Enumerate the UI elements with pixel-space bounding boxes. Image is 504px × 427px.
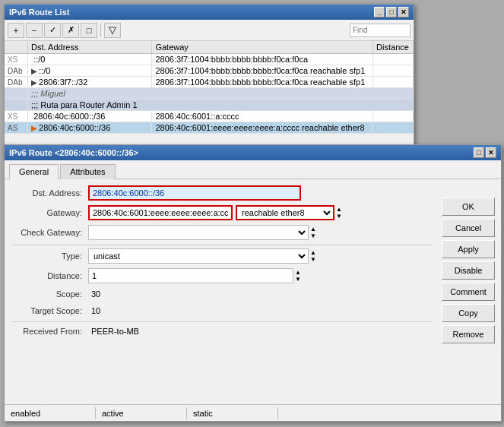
row-flag: XS	[5, 54, 28, 65]
route-list-titlebar: IPv6 Route List _ □ ✕	[5, 5, 414, 20]
row-dst: ▶::/0	[28, 65, 152, 77]
table-row-selected[interactable]: AS ▶2806:40c:6000::/36 2806:40c:6001:eee…	[5, 122, 414, 134]
filter-button[interactable]: ▽	[104, 23, 121, 38]
gateway-reachable-select[interactable]: reachable ether8	[236, 205, 334, 220]
tab-attributes[interactable]: Attributes	[60, 164, 115, 179]
row-dst: ▶2806:3f7::/32	[28, 77, 152, 88]
distance-scroll-up[interactable]: ▲	[295, 269, 301, 276]
scope-row: Scope: 30	[12, 288, 433, 300]
gateway-label: Gateway:	[12, 208, 88, 217]
row-distance	[373, 77, 414, 88]
add-route-button[interactable]: +	[8, 23, 24, 38]
distance-scroll-down[interactable]: ▼	[295, 276, 301, 283]
remove-route-button[interactable]: −	[26, 23, 43, 38]
route-list-window-controls: _ □ ✕	[374, 7, 409, 17]
col-gateway[interactable]: Gateway	[152, 41, 373, 54]
check-gateway-label: Check Gateway:	[12, 228, 88, 237]
route-form: Dst. Address: Gateway: reachable ether8 …	[5, 179, 501, 402]
target-scope-label: Target Scope:	[12, 306, 88, 315]
received-from-label: Received From:	[12, 327, 88, 336]
copy-route-button[interactable]: □	[81, 23, 97, 38]
gateway-scroll-down[interactable]: ▼	[336, 213, 342, 220]
status-active: active	[96, 407, 187, 419]
route-list-title: IPv6 Route List	[9, 8, 69, 17]
route-table-container[interactable]: Dst. Address Gateway Distance XS ::/0 28…	[5, 41, 414, 153]
disable-button[interactable]: Disable	[442, 261, 495, 280]
table-row[interactable]: DAb ▶2806:3f7::/32 2806:3f7:1004:bbbb:bb…	[5, 77, 414, 88]
row-flag: AS	[5, 122, 28, 134]
check-gateway-select[interactable]	[88, 225, 309, 240]
find-input[interactable]	[350, 24, 410, 37]
row-gateway: 2806:3f7:1004:bbbb:bbbb:bbbb:f0ca:f0ca r…	[152, 65, 373, 77]
row-distance	[373, 122, 414, 134]
table-row[interactable]: DAb ▶::/0 2806:3f7:1004:bbbb:bbbb:bbbb:f…	[5, 65, 414, 77]
ok-button[interactable]: OK	[442, 198, 495, 216]
gateway-scroll-up[interactable]: ▲	[336, 206, 342, 213]
table-row-section[interactable]: ;;; Miguel	[5, 88, 414, 100]
apply-button[interactable]: Apply	[442, 240, 495, 258]
table-row[interactable]: XS ::/0 2806:3f7:1004:bbbb:bbbb:bbbb:f0c…	[5, 54, 414, 65]
table-row-header[interactable]: ;;; Ruta para Router Admin 1	[5, 100, 414, 111]
target-scope-row: Target Scope: 10	[12, 305, 433, 317]
status-enabled: enabled	[5, 407, 96, 419]
row-distance	[373, 111, 414, 122]
table-row[interactable]: XS 2806:40c:6000::/36 2806:40c:6001::a:c…	[5, 111, 414, 122]
target-scope-value: 10	[88, 305, 103, 317]
form-divider	[12, 245, 433, 245]
col-distance[interactable]: Distance	[373, 41, 414, 54]
enable-route-button[interactable]: ✓	[44, 23, 61, 38]
row-header-label: ;;; Ruta para Router Admin 1	[28, 100, 414, 111]
type-select[interactable]: unicast	[88, 248, 309, 264]
col-flags[interactable]	[5, 41, 28, 54]
row-flag: DAb	[5, 77, 28, 88]
minimize-button[interactable]: _	[374, 7, 385, 17]
tab-general[interactable]: General	[9, 164, 59, 179]
distance-row: Distance: ▲ ▼	[12, 268, 433, 283]
route-table: Dst. Address Gateway Distance XS ::/0 28…	[5, 41, 414, 134]
scope-value: 30	[88, 288, 103, 300]
received-from-row: Received From: PEER-to-MB	[12, 325, 433, 337]
cancel-button[interactable]: Cancel	[442, 219, 495, 237]
dst-address-input[interactable]	[88, 185, 301, 201]
row-distance	[373, 65, 414, 77]
detail-window-controls: □ ✕	[474, 147, 496, 158]
route-detail-window: IPv6 Route <2806:40c:6000::/36> □ ✕ Gene…	[4, 144, 502, 422]
row-section-label: ;;; Miguel	[28, 88, 414, 100]
route-list-window: IPv6 Route List _ □ ✕ + − ✓ ✗ □ ▽ Dst. A…	[4, 4, 414, 156]
gateway-row: Gateway: reachable ether8 ▲ ▼	[12, 205, 433, 220]
type-label: Type:	[12, 251, 88, 261]
form-divider2	[12, 321, 433, 322]
maximize-button[interactable]: □	[386, 7, 397, 17]
tab-bar: General Attributes	[5, 160, 501, 179]
check-gateway-row: Check Gateway: ▲ ▼	[12, 225, 433, 240]
gateway-input[interactable]	[88, 205, 233, 220]
status-static: static	[187, 407, 278, 419]
remove-button[interactable]: Remove	[442, 325, 495, 343]
dst-address-row: Dst. Address:	[12, 185, 433, 201]
row-flag	[5, 100, 28, 111]
check-gw-scroll-up[interactable]: ▲	[310, 226, 316, 232]
route-detail-titlebar: IPv6 Route <2806:40c:6000::/36> □ ✕	[5, 145, 501, 160]
row-gateway: 2806:40c:6001::a:cccc	[152, 111, 373, 122]
type-scroll-up[interactable]: ▲	[310, 249, 316, 256]
action-buttons: OK Cancel Apply Disable Comment Copy Rem…	[442, 198, 495, 343]
row-flag	[5, 88, 28, 100]
distance-input[interactable]	[88, 268, 293, 283]
detail-maximize-button[interactable]: □	[474, 147, 484, 158]
dst-address-label: Dst. Address:	[12, 188, 88, 198]
comment-button[interactable]: Comment	[442, 283, 495, 301]
row-distance	[373, 54, 414, 65]
col-dst[interactable]: Dst. Address	[28, 41, 152, 54]
type-scroll-down[interactable]: ▼	[310, 256, 316, 263]
close-button[interactable]: ✕	[398, 7, 409, 17]
row-gateway: 2806:3f7:1004:bbbb:bbbb:bbbb:f0ca:f0ca r…	[152, 77, 373, 88]
check-gw-scroll-down[interactable]: ▼	[310, 232, 316, 239]
row-gateway: 2806:40c:6001:eeee:eeee:eeee:a:cccc reac…	[152, 122, 373, 134]
toolbar-separator	[100, 24, 101, 37]
row-dst: 2806:40c:6000::/36	[28, 111, 152, 122]
copy-button[interactable]: Copy	[442, 304, 495, 322]
detail-close-button[interactable]: ✕	[486, 147, 496, 158]
row-dst: ::/0	[28, 54, 152, 65]
row-flag: XS	[5, 111, 28, 122]
disable-route-button[interactable]: ✗	[62, 23, 79, 38]
